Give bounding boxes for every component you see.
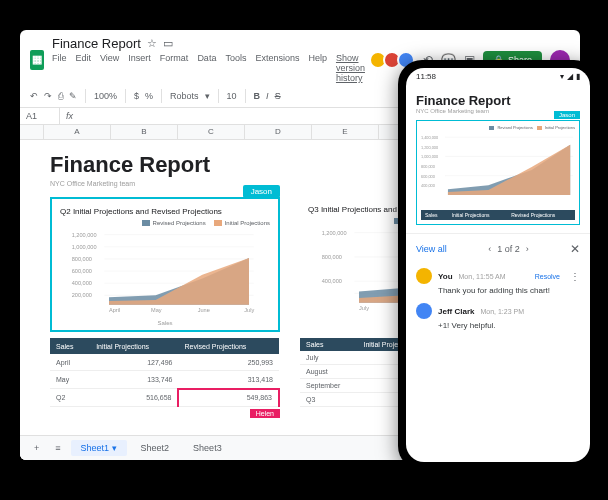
svg-text:July: July xyxy=(359,305,369,311)
svg-text:1,000,000: 1,000,000 xyxy=(421,155,438,159)
th[interactable]: Initial Projections xyxy=(90,338,178,354)
table-row: May133,746313,418 xyxy=(50,371,279,389)
comment-pager-bar: View all ‹ 1 of 2 › ✕ xyxy=(406,233,590,264)
pager-prev-icon[interactable]: ‹ xyxy=(488,244,491,254)
font-select[interactable]: Robots xyxy=(170,91,199,101)
cell-reference[interactable]: A1 xyxy=(20,108,60,124)
area-chart-svg: 1,200,000 1,000,000 800,000 600,000 400,… xyxy=(60,230,270,314)
menu-help[interactable]: Help xyxy=(308,53,327,83)
svg-text:1,400,000: 1,400,000 xyxy=(421,136,438,140)
menu-insert[interactable]: Insert xyxy=(128,53,151,83)
svg-text:400,000: 400,000 xyxy=(72,280,92,286)
paint-format-icon[interactable]: ✎ xyxy=(69,91,77,101)
table-row: Q2516,658 549,863Helen xyxy=(50,389,279,407)
title-block: Finance Report ☆ ▭ File Edit View Insert… xyxy=(52,36,365,83)
menu-view[interactable]: View xyxy=(100,53,119,83)
close-icon[interactable]: ✕ xyxy=(570,242,580,256)
redo-icon[interactable]: ↷ xyxy=(44,91,52,101)
bold-button[interactable]: B xyxy=(254,91,261,101)
strike-button[interactable]: S xyxy=(275,91,281,101)
svg-text:800,000: 800,000 xyxy=(72,256,92,262)
all-sheets-button[interactable]: ≡ xyxy=(49,440,66,456)
print-icon[interactable]: ⎙ xyxy=(58,91,63,101)
currency-icon[interactable]: $ xyxy=(134,91,139,101)
col-header[interactable]: B xyxy=(111,125,178,139)
phone-screen: 11:58 ▾ ◢ ▮ Finance Report NYC Office Ma… xyxy=(406,68,590,462)
comment-time: Mon, 1:23 PM xyxy=(480,308,524,315)
pager-count: 1 of 2 xyxy=(497,244,520,254)
comment-author: You xyxy=(438,272,453,281)
sales-table-q2: SalesInitial ProjectionsRevised Projecti… xyxy=(50,338,280,407)
svg-text:400,000: 400,000 xyxy=(421,184,435,188)
th[interactable]: Sales xyxy=(50,338,90,354)
chart-q2[interactable]: Jason Q2 Initial Projections and Revised… xyxy=(50,197,280,332)
comment-avatar xyxy=(416,303,432,319)
comment-item: You Mon, 11:55 AM Resolve ⋮ Thank you fo… xyxy=(416,268,580,295)
tab-sheet3[interactable]: Sheet3 xyxy=(183,440,232,456)
svg-text:June: June xyxy=(198,307,210,313)
legend-label: Revised Projections xyxy=(153,220,206,226)
menu-bar: File Edit View Insert Format Data Tools … xyxy=(52,53,365,83)
tab-sheet2[interactable]: Sheet2 xyxy=(131,440,180,456)
svg-text:1,200,000: 1,200,000 xyxy=(72,232,97,238)
phone-frame: 11:58 ▾ ◢ ▮ Finance Report NYC Office Ma… xyxy=(398,60,598,470)
italic-button[interactable]: I xyxy=(266,91,269,101)
table-row: April127,496250,993 xyxy=(50,354,279,371)
legend-swatch-initial xyxy=(214,220,222,226)
svg-text:April: April xyxy=(109,307,120,313)
phone-doc-title: Finance Report xyxy=(416,93,580,108)
star-icon[interactable]: ☆ xyxy=(147,37,157,50)
chevron-down-icon[interactable]: ▾ xyxy=(112,443,117,453)
menu-edit[interactable]: Edit xyxy=(75,53,91,83)
resolve-button[interactable]: Resolve xyxy=(535,273,560,280)
undo-icon[interactable]: ↶ xyxy=(30,91,38,101)
comment-author: Jeff Clark xyxy=(438,307,474,316)
status-time: 11:58 xyxy=(416,72,436,81)
document-title[interactable]: Finance Report xyxy=(52,36,141,51)
add-sheet-button[interactable]: + xyxy=(28,440,45,456)
phone-area-chart: 1,400,000 1,200,000 1,000,000 800,000 60… xyxy=(421,132,575,202)
legend-label: Initial Projections xyxy=(225,220,270,226)
th[interactable]: Revised Projections xyxy=(178,338,279,354)
comments-list: You Mon, 11:55 AM Resolve ⋮ Thank you fo… xyxy=(406,264,590,342)
wifi-icon: ▾ xyxy=(560,72,564,81)
collaborator-cursor-jason: Jason xyxy=(243,185,280,198)
status-bar: 11:58 ▾ ◢ ▮ xyxy=(406,68,590,85)
legend-swatch-revised xyxy=(142,220,150,226)
phone-table: SalesInitial ProjectionsRevised Projecti… xyxy=(421,210,575,220)
col-header[interactable]: A xyxy=(44,125,111,139)
svg-text:1,200,000: 1,200,000 xyxy=(322,230,347,236)
phone-chart-selected[interactable]: Jason Revised Projections Initial Projec… xyxy=(416,120,580,225)
view-all-link[interactable]: View all xyxy=(416,244,447,254)
font-size[interactable]: 10 xyxy=(227,91,237,101)
comment-body: +1! Very helpful. xyxy=(438,321,580,330)
comment-avatar xyxy=(416,268,432,284)
svg-text:1,200,000: 1,200,000 xyxy=(421,146,438,150)
svg-text:May: May xyxy=(151,307,162,313)
zoom-select[interactable]: 100% xyxy=(94,91,117,101)
menu-data[interactable]: Data xyxy=(197,53,216,83)
th[interactable]: Sales xyxy=(300,338,357,351)
svg-text:400,000: 400,000 xyxy=(322,278,342,284)
version-history-link[interactable]: Show version history xyxy=(336,53,365,83)
fx-icon: fx xyxy=(60,108,79,124)
percent-icon[interactable]: % xyxy=(145,91,153,101)
move-folder-icon[interactable]: ▭ xyxy=(163,37,173,50)
tab-sheet1[interactable]: Sheet1 ▾ xyxy=(71,440,127,456)
more-icon[interactable]: ⋮ xyxy=(570,271,580,282)
col-header[interactable]: E xyxy=(312,125,379,139)
col-header[interactable]: C xyxy=(178,125,245,139)
comment-time: Mon, 11:55 AM xyxy=(459,273,506,280)
menu-format[interactable]: Format xyxy=(160,53,189,83)
signal-icon: ◢ xyxy=(567,72,573,81)
menu-tools[interactable]: Tools xyxy=(225,53,246,83)
comment-item: Jeff Clark Mon, 1:23 PM +1! Very helpful… xyxy=(416,303,580,330)
pager-next-icon[interactable]: › xyxy=(526,244,529,254)
menu-file[interactable]: File xyxy=(52,53,67,83)
svg-text:800,000: 800,000 xyxy=(322,254,342,260)
col-header[interactable]: D xyxy=(245,125,312,139)
menu-extensions[interactable]: Extensions xyxy=(255,53,299,83)
sheets-logo-icon: ▦ xyxy=(30,50,44,70)
svg-text:600,000: 600,000 xyxy=(421,175,435,179)
svg-text:1,000,000: 1,000,000 xyxy=(72,244,97,250)
